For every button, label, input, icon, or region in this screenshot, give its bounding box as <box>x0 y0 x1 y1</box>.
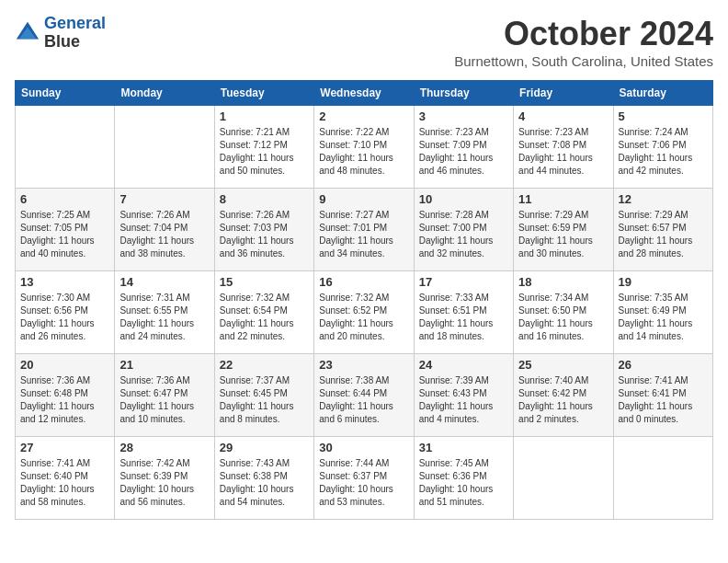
day-number: 24 <box>419 358 508 372</box>
day-info: Sunrise: 7:23 AM Sunset: 7:09 PM Dayligh… <box>419 126 508 178</box>
calendar-cell: 8Sunrise: 7:26 AM Sunset: 7:03 PM Daylig… <box>214 189 313 271</box>
day-info: Sunrise: 7:32 AM Sunset: 6:52 PM Dayligh… <box>319 292 408 343</box>
day-number: 25 <box>518 358 608 372</box>
calendar-week-row: 1Sunrise: 7:21 AM Sunset: 7:12 PM Daylig… <box>16 106 713 189</box>
calendar-cell: 28Sunrise: 7:42 AM Sunset: 6:39 PM Dayli… <box>115 437 214 520</box>
day-number: 12 <box>619 192 708 206</box>
day-info: Sunrise: 7:24 AM Sunset: 7:06 PM Dayligh… <box>619 126 708 178</box>
day-number: 11 <box>518 192 608 206</box>
calendar-cell: 10Sunrise: 7:28 AM Sunset: 7:00 PM Dayli… <box>414 189 513 271</box>
weekday-header: Thursday <box>414 81 513 106</box>
day-info: Sunrise: 7:29 AM Sunset: 6:57 PM Dayligh… <box>619 209 708 260</box>
day-number: 30 <box>319 441 408 454</box>
calendar-table: SundayMondayTuesdayWednesdayThursdayFrid… <box>15 80 713 520</box>
month-title: October 2024 <box>454 15 713 53</box>
day-number: 7 <box>119 192 209 206</box>
day-info: Sunrise: 7:26 AM Sunset: 7:04 PM Dayligh… <box>119 209 209 260</box>
title-block: October 2024 Burnettown, South Carolina,… <box>454 15 713 69</box>
day-number: 6 <box>20 192 109 206</box>
calendar-week-row: 6Sunrise: 7:25 AM Sunset: 7:05 PM Daylig… <box>16 189 713 271</box>
calendar-cell: 19Sunrise: 7:35 AM Sunset: 6:49 PM Dayli… <box>613 271 712 354</box>
day-number: 14 <box>119 275 209 289</box>
calendar-cell: 15Sunrise: 7:32 AM Sunset: 6:54 PM Dayli… <box>214 271 313 354</box>
calendar-cell <box>613 437 712 520</box>
day-info: Sunrise: 7:21 AM Sunset: 7:12 PM Dayligh… <box>220 126 309 178</box>
day-number: 20 <box>20 358 109 372</box>
day-number: 4 <box>518 109 608 123</box>
day-number: 16 <box>319 275 408 289</box>
calendar-cell: 1Sunrise: 7:21 AM Sunset: 7:12 PM Daylig… <box>214 106 313 189</box>
calendar-cell: 29Sunrise: 7:43 AM Sunset: 6:38 PM Dayli… <box>214 437 313 520</box>
calendar-cell: 7Sunrise: 7:26 AM Sunset: 7:04 PM Daylig… <box>115 189 214 271</box>
day-number: 13 <box>20 275 109 289</box>
day-info: Sunrise: 7:42 AM Sunset: 6:39 PM Dayligh… <box>119 457 209 509</box>
day-number: 29 <box>220 441 309 454</box>
day-number: 28 <box>119 441 209 454</box>
day-info: Sunrise: 7:39 AM Sunset: 6:43 PM Dayligh… <box>419 374 508 426</box>
day-number: 2 <box>319 109 408 123</box>
day-number: 5 <box>619 109 708 123</box>
calendar-cell: 9Sunrise: 7:27 AM Sunset: 7:01 PM Daylig… <box>314 189 414 271</box>
weekday-header: Sunday <box>16 81 115 106</box>
calendar-cell: 12Sunrise: 7:29 AM Sunset: 6:57 PM Dayli… <box>613 189 712 271</box>
calendar-cell: 4Sunrise: 7:23 AM Sunset: 7:08 PM Daylig… <box>514 106 613 189</box>
calendar-cell <box>16 106 115 189</box>
calendar-week-row: 20Sunrise: 7:36 AM Sunset: 6:48 PM Dayli… <box>16 354 713 437</box>
weekday-header: Saturday <box>613 81 712 106</box>
calendar-cell: 25Sunrise: 7:40 AM Sunset: 6:42 PM Dayli… <box>514 354 613 437</box>
calendar-week-row: 13Sunrise: 7:30 AM Sunset: 6:56 PM Dayli… <box>16 271 713 354</box>
day-info: Sunrise: 7:28 AM Sunset: 7:00 PM Dayligh… <box>419 209 508 260</box>
day-info: Sunrise: 7:40 AM Sunset: 6:42 PM Dayligh… <box>518 374 608 426</box>
calendar-cell <box>115 106 214 189</box>
calendar-cell: 21Sunrise: 7:36 AM Sunset: 6:47 PM Dayli… <box>115 354 214 437</box>
day-info: Sunrise: 7:29 AM Sunset: 6:59 PM Dayligh… <box>518 209 608 260</box>
calendar-cell: 22Sunrise: 7:37 AM Sunset: 6:45 PM Dayli… <box>214 354 313 437</box>
day-info: Sunrise: 7:22 AM Sunset: 7:10 PM Dayligh… <box>319 126 408 178</box>
day-info: Sunrise: 7:38 AM Sunset: 6:44 PM Dayligh… <box>319 374 408 426</box>
day-info: Sunrise: 7:35 AM Sunset: 6:49 PM Dayligh… <box>619 292 708 343</box>
calendar-cell: 23Sunrise: 7:38 AM Sunset: 6:44 PM Dayli… <box>314 354 414 437</box>
day-number: 23 <box>319 358 408 372</box>
day-info: Sunrise: 7:44 AM Sunset: 6:37 PM Dayligh… <box>319 457 408 509</box>
calendar-cell: 30Sunrise: 7:44 AM Sunset: 6:37 PM Dayli… <box>314 437 414 520</box>
calendar-cell: 3Sunrise: 7:23 AM Sunset: 7:09 PM Daylig… <box>414 106 513 189</box>
logo: General Blue <box>15 15 106 52</box>
day-info: Sunrise: 7:32 AM Sunset: 6:54 PM Dayligh… <box>220 292 309 343</box>
day-info: Sunrise: 7:26 AM Sunset: 7:03 PM Dayligh… <box>220 209 309 260</box>
day-number: 26 <box>619 358 708 372</box>
calendar-cell: 20Sunrise: 7:36 AM Sunset: 6:48 PM Dayli… <box>16 354 115 437</box>
day-info: Sunrise: 7:31 AM Sunset: 6:55 PM Dayligh… <box>119 292 209 343</box>
day-info: Sunrise: 7:41 AM Sunset: 6:40 PM Dayligh… <box>20 457 109 509</box>
day-number: 9 <box>319 192 408 206</box>
day-info: Sunrise: 7:36 AM Sunset: 6:48 PM Dayligh… <box>20 374 109 426</box>
day-info: Sunrise: 7:27 AM Sunset: 7:01 PM Dayligh… <box>319 209 408 260</box>
calendar-cell: 26Sunrise: 7:41 AM Sunset: 6:41 PM Dayli… <box>613 354 712 437</box>
day-number: 15 <box>220 275 309 289</box>
logo-icon <box>15 20 40 46</box>
weekday-header: Wednesday <box>314 81 414 106</box>
day-info: Sunrise: 7:36 AM Sunset: 6:47 PM Dayligh… <box>119 374 209 426</box>
page-header: General Blue October 2024 Burnettown, So… <box>15 15 713 69</box>
day-info: Sunrise: 7:34 AM Sunset: 6:50 PM Dayligh… <box>518 292 608 343</box>
day-number: 18 <box>518 275 608 289</box>
day-number: 31 <box>419 441 508 454</box>
day-info: Sunrise: 7:25 AM Sunset: 7:05 PM Dayligh… <box>20 209 109 260</box>
calendar-cell: 14Sunrise: 7:31 AM Sunset: 6:55 PM Dayli… <box>115 271 214 354</box>
calendar-header: SundayMondayTuesdayWednesdayThursdayFrid… <box>16 81 713 106</box>
weekday-header: Tuesday <box>214 81 313 106</box>
logo-text: General Blue <box>44 15 106 52</box>
calendar-cell: 2Sunrise: 7:22 AM Sunset: 7:10 PM Daylig… <box>314 106 414 189</box>
calendar-cell: 5Sunrise: 7:24 AM Sunset: 7:06 PM Daylig… <box>613 106 712 189</box>
calendar-cell: 31Sunrise: 7:45 AM Sunset: 6:36 PM Dayli… <box>414 437 513 520</box>
day-number: 21 <box>119 358 209 372</box>
day-number: 10 <box>419 192 508 206</box>
calendar-cell <box>514 437 613 520</box>
calendar-cell: 13Sunrise: 7:30 AM Sunset: 6:56 PM Dayli… <box>16 271 115 354</box>
weekday-header: Monday <box>115 81 214 106</box>
calendar-cell: 16Sunrise: 7:32 AM Sunset: 6:52 PM Dayli… <box>314 271 414 354</box>
day-number: 8 <box>220 192 309 206</box>
calendar-cell: 18Sunrise: 7:34 AM Sunset: 6:50 PM Dayli… <box>514 271 613 354</box>
day-number: 22 <box>220 358 309 372</box>
calendar-cell: 11Sunrise: 7:29 AM Sunset: 6:59 PM Dayli… <box>514 189 613 271</box>
calendar-week-row: 27Sunrise: 7:41 AM Sunset: 6:40 PM Dayli… <box>16 437 713 520</box>
